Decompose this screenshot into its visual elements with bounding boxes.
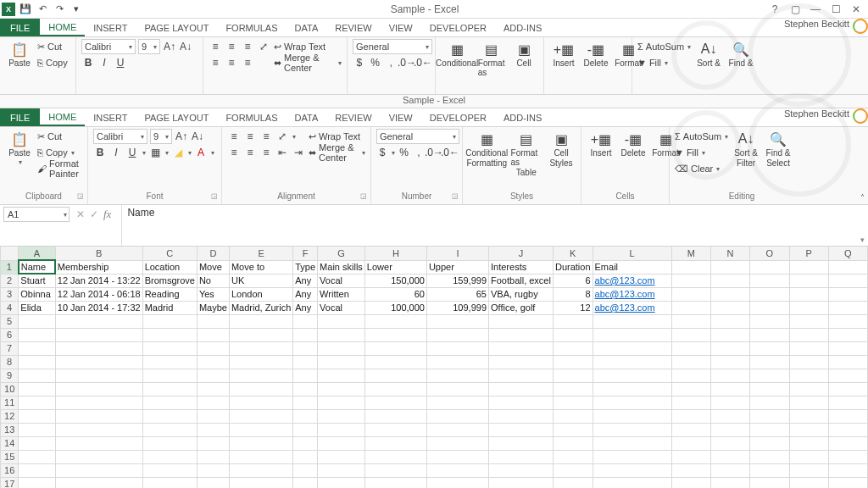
cell[interactable] — [789, 436, 828, 450]
cell[interactable] — [55, 423, 142, 436]
cell[interactable] — [553, 369, 593, 382]
cell[interactable] — [750, 314, 789, 328]
cell[interactable] — [593, 355, 671, 369]
cell[interactable] — [293, 328, 318, 341]
italic-button[interactable]: I — [109, 146, 123, 159]
collapse-ribbon-icon[interactable]: ˄ — [860, 193, 865, 202]
cell[interactable] — [789, 314, 828, 328]
sort-filter-button[interactable]: A↓Sort & — [694, 39, 723, 69]
format-painter-button[interactable]: 🖌Format Painter — [37, 161, 82, 176]
cell[interactable] — [750, 287, 789, 301]
cell[interactable] — [593, 409, 671, 423]
align-middle-icon[interactable]: ≡ — [243, 130, 257, 143]
cell[interactable] — [55, 436, 142, 450]
cell[interactable] — [197, 450, 229, 463]
delete-cells-button[interactable]: -▦Delete — [619, 129, 648, 159]
cell[interactable] — [197, 355, 229, 369]
format-as-table-button[interactable]: ▤Format asTable — [509, 129, 543, 179]
orientation-icon[interactable]: ⤢ — [275, 130, 289, 143]
cell[interactable]: Move to — [229, 260, 292, 274]
cell[interactable] — [828, 260, 867, 274]
cell[interactable] — [142, 355, 197, 369]
cell[interactable] — [229, 463, 292, 477]
cell[interactable] — [19, 382, 55, 396]
cell[interactable] — [671, 450, 710, 463]
cell[interactable] — [55, 355, 142, 369]
cell[interactable]: Written — [318, 287, 365, 301]
cell[interactable] — [55, 450, 142, 463]
col-header[interactable]: M — [671, 247, 710, 260]
cell[interactable] — [318, 409, 365, 423]
increase-decimal-icon[interactable]: .0→ — [427, 146, 441, 159]
close-icon[interactable]: ✕ — [848, 3, 865, 16]
cell[interactable] — [789, 382, 828, 396]
cell[interactable] — [229, 341, 292, 355]
cell[interactable] — [828, 423, 867, 436]
align-left-icon[interactable]: ≡ — [227, 146, 241, 159]
cell[interactable] — [293, 436, 318, 450]
tab-review[interactable]: REVIEW — [326, 19, 380, 36]
cell[interactable] — [489, 436, 554, 450]
col-header[interactable]: K — [553, 247, 593, 260]
cell[interactable] — [789, 287, 828, 301]
cell[interactable]: abc@123.com — [593, 287, 671, 301]
cell[interactable] — [828, 301, 867, 314]
cell[interactable] — [828, 382, 867, 396]
cell[interactable] — [293, 369, 318, 382]
comma-icon[interactable]: , — [413, 146, 425, 159]
cell[interactable]: Membership — [55, 260, 142, 274]
cell[interactable] — [197, 328, 229, 341]
col-header[interactable]: E — [229, 247, 292, 260]
cell[interactable]: Madrid — [142, 301, 197, 314]
cell[interactable] — [364, 409, 426, 423]
cell[interactable] — [318, 436, 365, 450]
cell[interactable] — [710, 341, 749, 355]
cell[interactable] — [318, 369, 365, 382]
cell[interactable] — [553, 396, 593, 409]
cell[interactable] — [55, 409, 142, 423]
cell[interactable] — [229, 409, 292, 423]
cell[interactable] — [789, 450, 828, 463]
shrink-font-icon[interactable]: A↓ — [179, 40, 192, 53]
cell[interactable] — [142, 436, 197, 450]
cell[interactable] — [293, 423, 318, 436]
cell[interactable]: 12 Jan 2014 - 13:22 — [55, 274, 142, 287]
cell[interactable] — [197, 436, 229, 450]
tab-page-layout[interactable]: PAGE LAYOUT — [136, 19, 217, 36]
cell[interactable]: Any — [293, 274, 318, 287]
cell[interactable] — [426, 341, 488, 355]
row-header[interactable]: 13 — [1, 423, 19, 436]
cell[interactable] — [142, 314, 197, 328]
cell[interactable] — [19, 436, 55, 450]
cell[interactable] — [55, 328, 142, 341]
cell[interactable]: Location — [142, 260, 197, 274]
cell[interactable] — [293, 409, 318, 423]
italic-button[interactable]: I — [97, 56, 111, 69]
cell[interactable] — [142, 396, 197, 409]
cell[interactable] — [789, 477, 828, 488]
cell[interactable]: Upper — [426, 260, 488, 274]
cell[interactable] — [489, 355, 554, 369]
minimize-icon[interactable]: — — [807, 3, 824, 16]
cell[interactable] — [671, 436, 710, 450]
format-as-table-button[interactable]: ▤Format as — [476, 39, 506, 79]
grow-font-icon[interactable]: A↑ — [163, 40, 176, 53]
cell[interactable] — [789, 369, 828, 382]
cell[interactable] — [55, 396, 142, 409]
undo-icon[interactable]: ↶ — [36, 3, 49, 16]
cell[interactable] — [197, 314, 229, 328]
cell[interactable] — [19, 328, 55, 341]
tab-formulas[interactable]: FORMULAS — [217, 108, 286, 126]
cell[interactable] — [229, 382, 292, 396]
cell[interactable] — [828, 328, 867, 341]
cell[interactable] — [55, 369, 142, 382]
cell[interactable] — [593, 450, 671, 463]
cell[interactable] — [426, 396, 488, 409]
underline-button[interactable]: U — [125, 146, 139, 159]
cell[interactable] — [197, 477, 229, 488]
cell[interactable] — [553, 409, 593, 423]
col-header[interactable]: F — [293, 247, 318, 260]
cell[interactable]: Stuart — [19, 274, 55, 287]
autosum-button[interactable]: ΣAutoSum▾ — [675, 129, 728, 144]
cell[interactable]: 8 — [553, 287, 593, 301]
